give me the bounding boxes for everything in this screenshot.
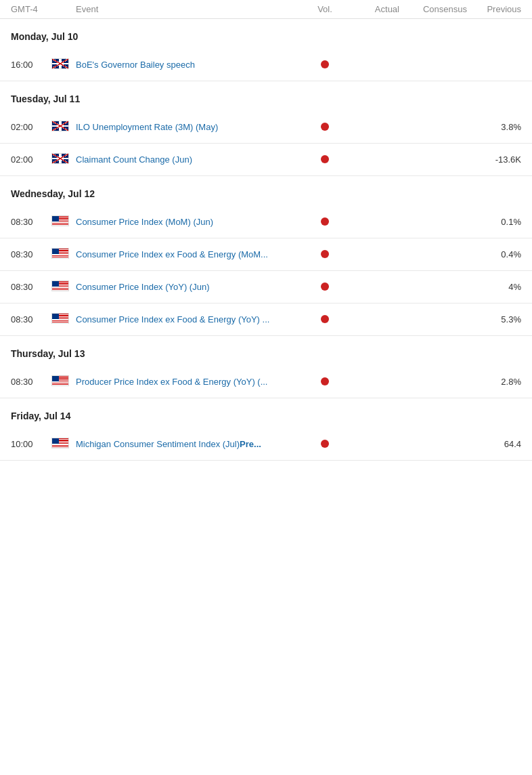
header-row: GMT-4 Event Vol. Actual Consensus Previo… xyxy=(0,0,532,19)
event-time: 08:30 xyxy=(11,377,51,387)
volatility-dot xyxy=(321,315,329,323)
volatility-dot xyxy=(321,60,329,68)
volatility-dot xyxy=(321,440,329,448)
volatility-dot xyxy=(321,250,329,258)
event-name[interactable]: Michigan Consumer Sentiment Index (Jul)P… xyxy=(76,439,305,449)
vol-cell xyxy=(305,122,345,133)
col-previous-header: Previous xyxy=(467,4,521,14)
col-actual-header: Actual xyxy=(345,4,399,14)
event-name[interactable]: BoE's Governor Bailey speech xyxy=(76,60,305,70)
flag-cell xyxy=(51,153,76,166)
event-name[interactable]: Consumer Price Index ex Food & Energy (M… xyxy=(76,249,305,259)
event-row[interactable]: 10:00Michigan Consumer Sentiment Index (… xyxy=(0,428,532,461)
event-time: 08:30 xyxy=(11,282,51,292)
day-header: Monday, Jul 10 xyxy=(0,19,532,49)
day-header: Thursday, Jul 13 xyxy=(0,336,532,366)
col-consensus-header: Consensus xyxy=(399,4,467,14)
event-name[interactable]: Producer Price Index ex Food & Energy (Y… xyxy=(76,377,305,387)
event-name[interactable]: Consumer Price Index ex Food & Energy (Y… xyxy=(76,314,305,324)
flag-uk-icon xyxy=(51,58,69,69)
flag-cell xyxy=(51,375,76,388)
event-name[interactable]: Consumer Price Index (MoM) (Jun) xyxy=(76,217,305,227)
event-name[interactable]: Consumer Price Index (YoY) (Jun) xyxy=(76,282,305,292)
flag-cell xyxy=(51,121,76,133)
day-header: Friday, Jul 14 xyxy=(0,398,532,428)
flag-uk-icon xyxy=(51,153,69,164)
volatility-dot xyxy=(321,282,329,291)
event-time: 02:00 xyxy=(11,154,51,165)
event-time: 10:00 xyxy=(11,439,51,449)
flag-cell xyxy=(51,438,76,451)
previous-value: 4% xyxy=(467,282,521,292)
event-row[interactable]: 08:30Consumer Price Index (MoM) (Jun)0.1… xyxy=(0,206,532,238)
event-name[interactable]: Claimant Count Change (Jun) xyxy=(76,154,305,165)
vol-cell xyxy=(305,60,345,70)
event-name-bold: Pre... xyxy=(240,439,261,449)
flag-us-icon xyxy=(51,215,69,226)
event-row[interactable]: 08:30Consumer Price Index ex Food & Ener… xyxy=(0,238,532,271)
vol-cell xyxy=(305,217,345,228)
event-row[interactable]: 08:30Producer Price Index ex Food & Ener… xyxy=(0,366,532,398)
vol-cell xyxy=(305,314,345,325)
volatility-dot xyxy=(321,123,329,131)
event-row[interactable]: 08:30Consumer Price Index ex Food & Ener… xyxy=(0,303,532,336)
flag-uk-icon xyxy=(51,121,69,131)
event-time: 08:30 xyxy=(11,314,51,324)
event-row[interactable]: 02:00Claimant Count Change (Jun)-13.6K xyxy=(0,144,532,176)
flag-cell xyxy=(51,58,76,71)
col-event-header: Event xyxy=(76,4,305,14)
previous-value: 2.8% xyxy=(467,377,521,387)
event-row[interactable]: 08:30Consumer Price Index (YoY) (Jun)4% xyxy=(0,271,532,303)
flag-cell xyxy=(51,313,76,326)
flag-cell xyxy=(51,215,76,228)
previous-value: 64.4 xyxy=(467,439,521,449)
flag-us-icon xyxy=(51,313,69,324)
event-time: 08:30 xyxy=(11,249,51,259)
previous-value: 0.1% xyxy=(467,217,521,227)
volatility-dot xyxy=(321,377,329,385)
previous-value: -13.6K xyxy=(467,154,521,165)
volatility-dot xyxy=(321,155,329,163)
vol-cell xyxy=(305,439,345,450)
flag-cell xyxy=(51,280,76,293)
volatility-dot xyxy=(321,217,329,226)
col-vol-header: Vol. xyxy=(305,4,345,14)
flag-us-icon xyxy=(51,280,69,291)
event-row[interactable]: 02:00ILO Unemployment Rate (3M) (May)3.8… xyxy=(0,111,532,144)
previous-value: 5.3% xyxy=(467,314,521,324)
event-name[interactable]: ILO Unemployment Rate (3M) (May) xyxy=(76,122,305,132)
event-time: 02:00 xyxy=(11,122,51,132)
previous-value: 0.4% xyxy=(467,249,521,259)
col-timezone: GMT-4 xyxy=(11,4,51,14)
flag-us-icon xyxy=(51,375,69,386)
flag-us-icon xyxy=(51,438,69,448)
flag-cell xyxy=(51,248,76,261)
vol-cell xyxy=(305,377,345,387)
vol-cell xyxy=(305,154,345,165)
vol-cell xyxy=(305,249,345,260)
day-header: Wednesday, Jul 12 xyxy=(0,176,532,206)
vol-cell xyxy=(305,282,345,293)
event-time: 16:00 xyxy=(11,60,51,70)
calendar-body: Monday, Jul 1016:00BoE's Governor Bailey… xyxy=(0,19,532,461)
previous-value: 3.8% xyxy=(467,122,521,132)
day-header: Tuesday, Jul 11 xyxy=(0,81,532,111)
flag-us-icon xyxy=(51,248,69,259)
event-time: 08:30 xyxy=(11,217,51,227)
event-row[interactable]: 16:00BoE's Governor Bailey speech xyxy=(0,49,532,81)
